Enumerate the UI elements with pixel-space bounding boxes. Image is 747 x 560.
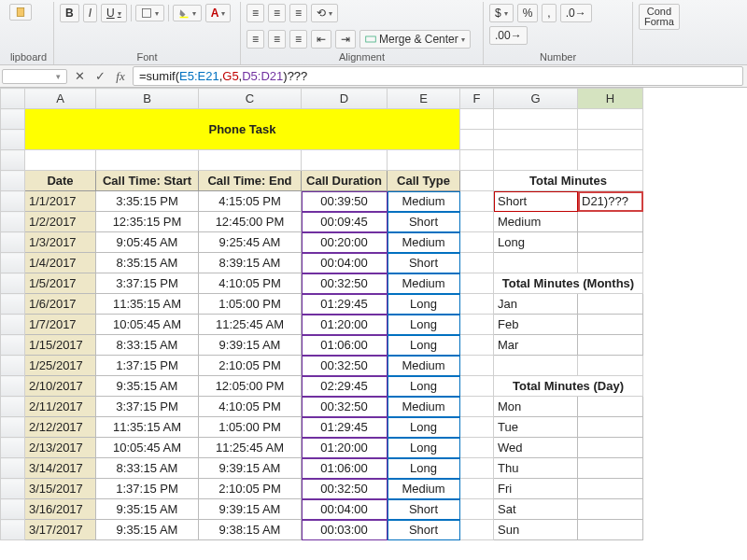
col-header-E[interactable]: E <box>388 89 460 109</box>
cell[interactable]: 9:38:15 AM <box>199 520 302 540</box>
cell[interactable] <box>460 479 494 499</box>
row-header[interactable] <box>1 335 25 356</box>
cell[interactable] <box>460 232 494 253</box>
cell[interactable] <box>578 150 643 171</box>
cell[interactable] <box>460 150 494 171</box>
cell[interactable]: 2:10:05 PM <box>199 356 302 376</box>
cell[interactable]: 3/16/2017 <box>25 499 96 520</box>
cell[interactable]: Medium <box>388 356 460 376</box>
cell[interactable]: 12:35:15 PM <box>96 212 199 232</box>
cell[interactable]: 1/5/2017 <box>25 273 96 294</box>
row-header[interactable] <box>1 273 25 294</box>
cell[interactable]: 1/15/2017 <box>25 335 96 356</box>
fill-color-button[interactable]: ▾ <box>173 5 202 21</box>
row-header[interactable] <box>1 232 25 253</box>
cell[interactable]: Long <box>388 294 460 315</box>
percent-button[interactable]: % <box>517 4 539 22</box>
cell[interactable]: 4:15:05 PM <box>199 191 302 212</box>
cell[interactable] <box>578 356 643 376</box>
cell[interactable] <box>578 253 643 273</box>
cell[interactable]: Medium <box>494 212 578 232</box>
cell[interactable]: 12:45:00 PM <box>199 212 302 232</box>
cell[interactable]: 00:32:50 <box>302 397 388 417</box>
cell[interactable]: Sat <box>494 499 578 520</box>
paste-button[interactable] <box>9 4 32 21</box>
cell[interactable] <box>302 150 388 171</box>
cell[interactable]: 3:35:15 PM <box>96 191 199 212</box>
cell[interactable]: 1/1/2017 <box>25 191 96 212</box>
cell[interactable] <box>578 458 643 479</box>
align-center-button[interactable]: ≡ <box>268 30 286 49</box>
cell[interactable] <box>578 232 643 253</box>
worksheet-area[interactable]: A B C D E F G H Phone TaskDateCall Time:… <box>0 88 747 560</box>
cell[interactable]: 11:25:45 AM <box>199 315 302 335</box>
cell[interactable] <box>578 130 643 150</box>
cell[interactable]: 9:39:15 AM <box>199 458 302 479</box>
cell[interactable] <box>460 335 494 356</box>
decrease-decimal-button[interactable]: .00→ <box>489 26 528 45</box>
cell[interactable]: 2/13/2017 <box>25 438 96 458</box>
cell[interactable] <box>578 499 643 520</box>
cell[interactable]: Medium <box>388 273 460 294</box>
cell[interactable]: 00:04:00 <box>302 253 388 273</box>
cell[interactable] <box>578 335 643 356</box>
cell[interactable]: 00:03:00 <box>302 520 388 540</box>
cell[interactable]: Call Duration <box>302 171 388 191</box>
row-header[interactable] <box>1 191 25 212</box>
cell[interactable] <box>460 520 494 540</box>
cell[interactable]: 2/12/2017 <box>25 417 96 438</box>
cell[interactable]: 9:05:45 AM <box>96 232 199 253</box>
row-header[interactable] <box>1 438 25 458</box>
fx-button[interactable]: fx <box>110 67 131 86</box>
cell[interactable] <box>578 520 643 540</box>
row-header[interactable] <box>1 315 25 335</box>
cell[interactable]: 1/25/2017 <box>25 356 96 376</box>
align-bottom-button[interactable]: ≡ <box>289 4 307 22</box>
row-header[interactable] <box>1 376 25 397</box>
cell[interactable]: 8:33:15 AM <box>96 335 199 356</box>
cell[interactable] <box>460 171 494 191</box>
cell[interactable]: Short <box>388 499 460 520</box>
cell[interactable]: Short <box>388 212 460 232</box>
cell[interactable]: 4:10:05 PM <box>199 273 302 294</box>
cell[interactable]: 8:35:15 AM <box>96 253 199 273</box>
cell[interactable]: Call Time: Start <box>96 171 199 191</box>
cell[interactable] <box>460 315 494 335</box>
col-header-G[interactable]: G <box>494 89 578 109</box>
cell[interactable]: Tue <box>494 417 578 438</box>
cell[interactable]: 9:35:15 AM <box>96 520 199 540</box>
cell[interactable] <box>578 438 643 458</box>
title-cell[interactable]: Phone Task <box>25 109 460 150</box>
cell[interactable] <box>578 212 643 232</box>
border-button[interactable]: ▾ <box>135 5 164 21</box>
cell[interactable] <box>578 417 643 438</box>
cell[interactable]: Long <box>388 438 460 458</box>
orientation-button[interactable]: ⟲▾ <box>311 4 338 22</box>
align-left-button[interactable]: ≡ <box>247 30 264 49</box>
cell[interactable] <box>578 315 643 335</box>
cell[interactable]: Mon <box>494 397 578 417</box>
cell[interactable] <box>494 150 578 171</box>
cell[interactable]: Wed <box>494 438 578 458</box>
cell[interactable]: 12:05:00 PM <box>199 376 302 397</box>
font-color-button[interactable]: A▾ <box>205 4 232 22</box>
cell[interactable]: 01:06:00 <box>302 335 388 356</box>
cell[interactable]: 8:33:15 AM <box>96 458 199 479</box>
col-header-B[interactable]: B <box>96 89 199 109</box>
cell[interactable]: Medium <box>388 232 460 253</box>
cell[interactable]: 00:32:50 <box>302 356 388 376</box>
cell[interactable]: Medium <box>388 479 460 499</box>
cell[interactable]: 01:20:00 <box>302 315 388 335</box>
cell[interactable] <box>460 458 494 479</box>
cell[interactable] <box>96 150 199 171</box>
row-header[interactable] <box>1 458 25 479</box>
decrease-indent-button[interactable]: ⇤ <box>311 30 331 49</box>
cell[interactable]: Call Time: End <box>199 171 302 191</box>
cell[interactable]: 1/6/2017 <box>25 294 96 315</box>
cell[interactable]: 10:05:45 AM <box>96 438 199 458</box>
merge-center-button[interactable]: Merge & Center▾ <box>359 30 471 49</box>
underline-button[interactable]: U▾ <box>101 4 127 22</box>
cell[interactable]: 00:39:50 <box>302 191 388 212</box>
cell[interactable]: D21)??? <box>578 191 643 212</box>
conditional-formatting-button[interactable]: Cond Forma <box>639 4 680 30</box>
